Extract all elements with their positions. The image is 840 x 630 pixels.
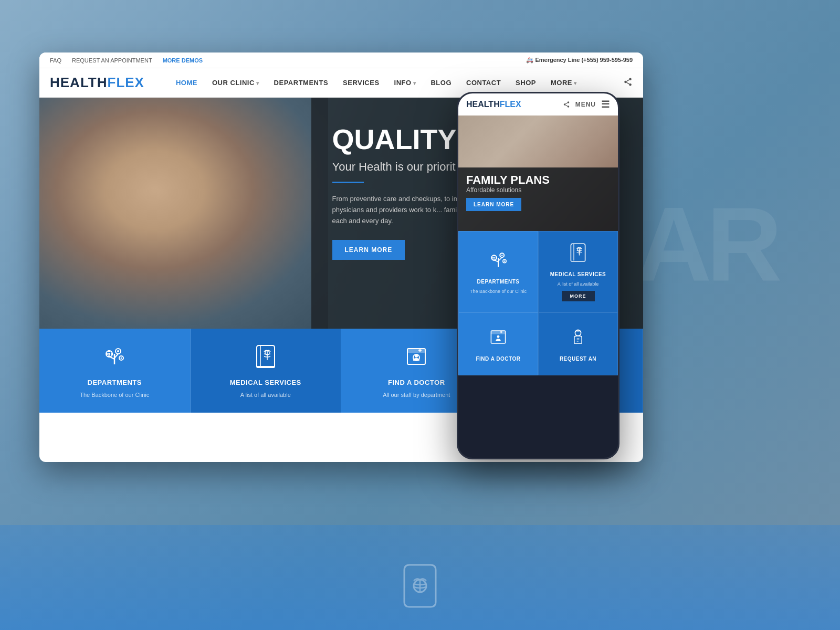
svg-line-3 (626, 82, 629, 84)
svg-rect-14 (108, 350, 110, 352)
svg-point-10 (121, 358, 122, 359)
top-bar: FAQ REQUEST AN APPOINTMENT MORE DEMOS 🚑 … (39, 52, 643, 68)
nav-item-shop[interactable]: SHOP (516, 79, 536, 87)
mobile-hero-overlay: FAMILY PLANS Affordable solutions LEARN … (458, 167, 618, 231)
mobile-logo-flex: FLEX (500, 100, 521, 109)
nav-menu: HOME OUR CLINIC DEPARTMENTS SERVICES INF… (176, 79, 577, 87)
mobile-service-medical[interactable]: MEDICAL SERVICES A list of all available… (538, 231, 618, 312)
svg-line-37 (565, 103, 568, 104)
hero-divider (332, 182, 364, 183)
svg-point-35 (567, 106, 569, 108)
mobile-departments-subtitle: The Backbone of our Clinic (470, 289, 527, 294)
mobile-service-find-doctor[interactable]: FIND A DOCTOR (458, 312, 538, 375)
svg-rect-49 (491, 257, 492, 258)
nav-item-home[interactable]: HOME (176, 79, 197, 87)
svg-rect-54 (491, 331, 505, 334)
mobile-medical-title: MEDICAL SERVICES (550, 271, 606, 277)
departments-title: DEPARTMENTS (88, 379, 142, 386)
departments-subtitle: The Backbone of our Clinic (80, 392, 149, 398)
svg-point-55 (497, 335, 500, 338)
mobile-hamburger-icon[interactable]: ☰ (601, 99, 610, 110)
mobile-request-title: REQUEST AN (560, 356, 596, 362)
mobile-find-doctor-icon (488, 327, 509, 352)
svg-line-36 (565, 105, 568, 106)
find-doctor-icon (403, 343, 429, 373)
svg-rect-48 (493, 259, 495, 260)
logo-flex: FLEX (108, 75, 144, 90)
mobile-hero-subtitle: Affordable solutions (466, 186, 610, 194)
mobile-service-request[interactable]: REQUEST AN (538, 312, 618, 375)
svg-point-6 (108, 353, 110, 355)
svg-rect-62 (577, 341, 579, 341)
find-doctor-title: FIND A DOCTOR (388, 379, 445, 386)
svg-point-2 (629, 83, 632, 86)
svg-rect-17 (111, 353, 113, 355)
mobile-share-icon[interactable] (563, 101, 570, 108)
svg-rect-16 (106, 353, 108, 355)
mobile-logo-health: HEALTH (466, 100, 500, 109)
nav-item-services[interactable]: SERVICES (343, 79, 380, 87)
mobile-hero-title: FAMILY PLANS (466, 174, 610, 186)
svg-rect-25 (419, 349, 421, 352)
svg-rect-60 (577, 338, 580, 339)
service-departments[interactable]: DEPARTMENTS The Backbone of our Clinic (39, 329, 191, 413)
more-demos-link[interactable]: MORE DEMOS (163, 57, 203, 64)
emergency-number: (+555) 959-595-959 (581, 57, 633, 63)
logo[interactable]: HEALTHFLEX (50, 75, 144, 91)
appointment-link[interactable]: REQUEST AN APPOINTMENT (72, 57, 152, 64)
share-icon[interactable] (623, 77, 633, 89)
nav-item-blog[interactable]: BLOG (430, 79, 452, 87)
svg-rect-15 (108, 355, 110, 357)
doctor-face (39, 98, 328, 329)
mobile-top-right: MENU ☰ (563, 99, 610, 110)
nav-item-our-clinic[interactable]: OUR CLINIC (212, 79, 259, 87)
nav-item-departments[interactable]: DEPARTMENTS (274, 79, 328, 87)
mobile-service-grid: DEPARTMENTS The Backbone of our Clinic M… (458, 231, 618, 375)
mobile-menu-label[interactable]: MENU (575, 101, 596, 108)
svg-point-33 (567, 101, 569, 103)
nav-item-more[interactable]: MORE (551, 79, 577, 87)
svg-point-23 (415, 354, 418, 358)
departments-icon (101, 343, 128, 373)
svg-point-34 (563, 103, 565, 106)
svg-rect-57 (501, 331, 502, 333)
svg-point-43 (504, 260, 505, 261)
mobile-logo[interactable]: HEALTHFLEX (466, 100, 521, 109)
svg-rect-21 (407, 349, 425, 353)
bg-decoration: AR (636, 184, 777, 304)
mobile-request-icon (568, 327, 589, 352)
mobile-medical-subtitle: A list of all available (558, 281, 599, 287)
mobile-departments-icon (488, 249, 509, 275)
find-doctor-subtitle: All our staff by department (383, 392, 450, 398)
svg-rect-61 (577, 339, 580, 340)
svg-line-46 (498, 257, 502, 261)
mobile-hero: FAMILY PLANS Affordable solutions LEARN … (458, 116, 618, 231)
top-bar-right: 🚑 Emergency Line (+555) 959-595-959 (526, 57, 633, 64)
logo-health: HEALTH (50, 75, 108, 90)
mobile-learn-more-button[interactable]: LEARN MORE (466, 198, 521, 211)
mobile-mockup: HEALTHFLEX MENU ☰ FAMILY PLANS Affordabl… (457, 92, 620, 459)
top-bar-left: FAQ REQUEST AN APPOINTMENT MORE DEMOS (50, 57, 203, 64)
svg-line-4 (626, 79, 629, 81)
mobile-top-bar: HEALTHFLEX MENU ☰ (458, 93, 618, 116)
svg-rect-47 (493, 255, 495, 256)
nav-item-info[interactable]: INFO (394, 79, 416, 87)
service-medical[interactable]: MEDICAL SERVICES A list of all available (191, 329, 342, 413)
svg-point-39 (493, 257, 495, 258)
medical-title: MEDICAL SERVICES (230, 379, 301, 386)
bottom-decoration (388, 560, 452, 614)
emergency-label: Emergency Line (535, 57, 580, 63)
mobile-service-departments[interactable]: DEPARTMENTS The Backbone of our Clinic (458, 231, 538, 312)
mobile-find-doctor-title: FIND A DOCTOR (476, 356, 520, 362)
hero-learn-more-button[interactable]: LEARN MORE (332, 240, 405, 260)
svg-rect-50 (496, 257, 497, 258)
svg-rect-59 (577, 331, 579, 332)
medical-icon (253, 343, 279, 373)
faq-link[interactable]: FAQ (50, 57, 61, 64)
svg-point-41 (501, 255, 502, 256)
doctor-image (39, 98, 328, 329)
mobile-departments-title: DEPARTMENTS (477, 279, 520, 285)
nav-item-contact[interactable]: CONTACT (466, 79, 501, 87)
mobile-medical-icon (568, 242, 589, 267)
mobile-more-button[interactable]: MORE (562, 291, 595, 301)
